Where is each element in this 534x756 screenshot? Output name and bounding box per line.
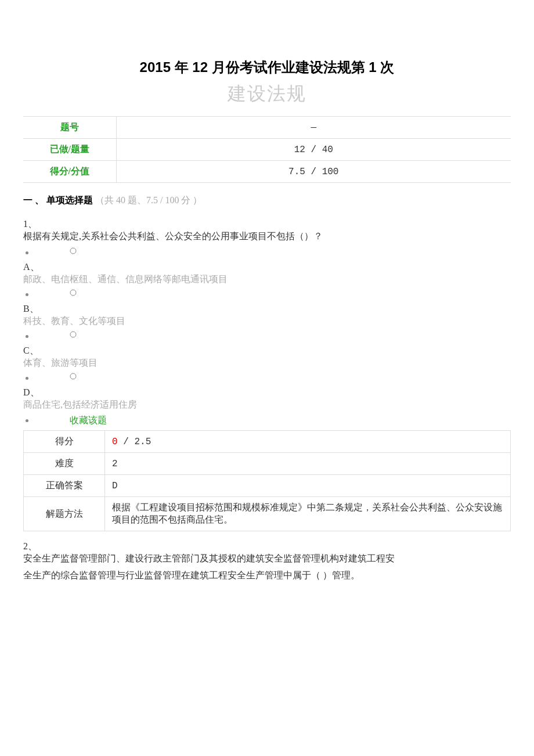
svg-point-0 — [70, 248, 76, 254]
option-d-text: 商品住宅,包括经济适用住房 — [23, 399, 511, 411]
score-sep: / — [118, 437, 135, 447]
section-prefix: 一 、 — [23, 195, 44, 205]
page-sub-title: 建设法规 — [23, 81, 511, 107]
option-b-label: B、 — [23, 303, 511, 315]
svg-point-3 — [70, 373, 76, 379]
summary-table: 题号 — 已做/题量 12 / 40 得分/分值 7.5 / 100 — [23, 116, 511, 183]
option-a-label: A、 — [23, 261, 511, 273]
result-row-answer: 正确答案 D — [24, 475, 511, 497]
summary-label-done-total: 已做/题量 — [23, 139, 116, 161]
result-value-score: 0 / 2.5 — [105, 431, 511, 453]
favorite-bullet: 收藏该题 — [23, 415, 511, 427]
result-row-difficulty: 难度 2 — [24, 453, 511, 475]
summary-row: 得分/分值 7.5 / 100 — [23, 161, 511, 183]
result-value-answer: D — [105, 475, 511, 497]
favorite-link[interactable]: 收藏该题 — [70, 415, 107, 425]
svg-point-1 — [70, 290, 76, 296]
summary-row: 题号 — — [23, 117, 511, 139]
option-b-text: 科技、教育、文化等项目 — [23, 315, 511, 327]
result-row-score: 得分 0 / 2.5 — [24, 431, 511, 453]
option-bullet — [23, 331, 511, 341]
option-d-label: D、 — [23, 387, 511, 399]
result-label-score: 得分 — [24, 431, 105, 453]
question-1-text: 根据有关规定,关系社会公共利益、公众安全的公用事业项目不包括（）？ — [23, 231, 511, 243]
radio-icon[interactable] — [70, 247, 77, 254]
result-value-method: 根据《工程建设项目招标范围和规模标准规定》中第二条规定，关系社会公共利益、公众安… — [105, 497, 511, 531]
question-1-result-table: 得分 0 / 2.5 难度 2 正确答案 D 解题方法 根据《工程建设项目招标范… — [23, 430, 511, 531]
section-stats: （共 40 题、7.5 / 100 分 ） — [95, 195, 202, 205]
summary-label-score: 得分/分值 — [23, 161, 116, 183]
score-total: 2.5 — [134, 437, 151, 447]
page-main-title: 2015 年 12 月份考试作业建设法规第 1 次 — [23, 58, 511, 77]
question-1-number: 1、 — [23, 218, 511, 231]
svg-point-2 — [70, 332, 76, 337]
summary-value-done-total: 12 / 40 — [116, 139, 511, 161]
radio-icon[interactable] — [70, 373, 77, 380]
summary-label-question-number: 题号 — [23, 117, 116, 139]
summary-value-score: 7.5 / 100 — [116, 161, 511, 183]
result-label-difficulty: 难度 — [24, 453, 105, 475]
radio-icon[interactable] — [70, 289, 77, 296]
option-a-text: 邮政、电信枢纽、通信、信息网络等邮电通讯项目 — [23, 273, 511, 286]
summary-row: 已做/题量 12 / 40 — [23, 139, 511, 161]
section-title: 单项选择题 — [46, 195, 93, 205]
option-c-label: C、 — [23, 345, 511, 357]
question-2-text-line1: 安全生产监督管理部门、建设行政主管部门及其授权的建筑安全监督管理机构对建筑工程安 — [23, 553, 511, 565]
score-got: 0 — [112, 437, 118, 447]
result-label-answer: 正确答案 — [24, 475, 105, 497]
option-bullet — [23, 289, 511, 300]
option-bullet — [23, 247, 511, 258]
radio-icon[interactable] — [70, 331, 77, 338]
result-value-difficulty: 2 — [105, 453, 511, 475]
result-row-method: 解题方法 根据《工程建设项目招标范围和规模标准规定》中第二条规定，关系社会公共利… — [24, 497, 511, 531]
result-label-method: 解题方法 — [24, 497, 105, 531]
question-2-number: 2、 — [23, 541, 511, 553]
option-c-text: 体育、旅游等项目 — [23, 357, 511, 369]
summary-value-question-number: — — [116, 117, 511, 139]
section-heading: 一 、 单项选择题 （共 40 题、7.5 / 100 分 ） — [23, 195, 511, 207]
option-bullet — [23, 373, 511, 383]
question-2-text-line2: 全生产的综合监督管理与行业监督管理在建筑工程安全生产管理中属于（ ）管理。 — [23, 570, 511, 582]
